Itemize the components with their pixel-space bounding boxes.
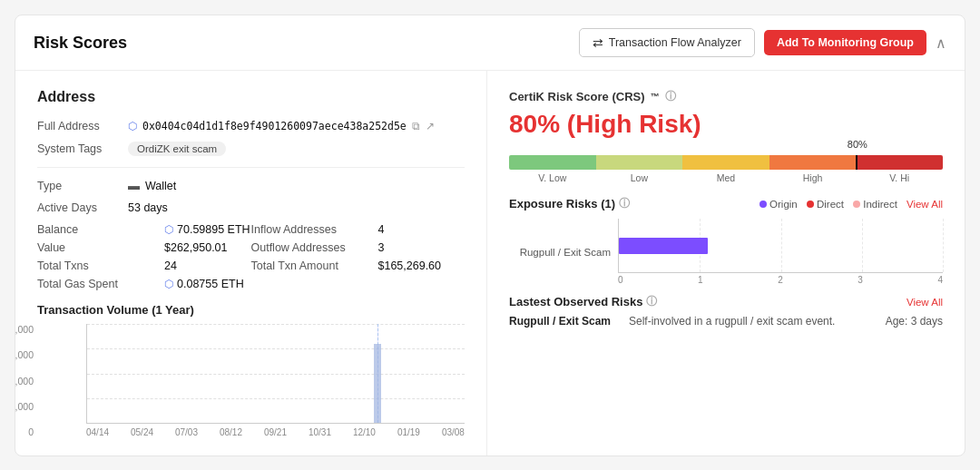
active-days-label: Active Days	[37, 201, 128, 214]
total-txns-item: Total Txns 24	[37, 259, 251, 272]
latest-risks-header: Lastest Observed Risks ⓘ View All	[509, 294, 943, 309]
type-value: ▬ Wallet	[128, 179, 176, 192]
chart-title: Transaction Volume (1 Year)	[37, 303, 465, 317]
grid-line	[87, 398, 465, 399]
value-item: Value $262,950.01	[37, 241, 251, 254]
outflow-item: Outflow Addresses 3	[251, 241, 466, 254]
bar-vhigh	[856, 155, 943, 170]
transaction-volume-chart: Transaction Volume (1 Year) 160,000 120,…	[37, 303, 465, 437]
hbar-x-labels: 0 1 2 3 4	[618, 275, 943, 285]
hbar-bar-rugpull	[619, 238, 708, 254]
latest-risk-desc: Self-involved in a rugpull / exit scam e…	[629, 315, 875, 328]
hbar-y-label: Rugpull / Exit Scam	[509, 219, 618, 285]
exposure-title: Exposure Risks (1) ⓘ	[509, 196, 630, 211]
crs-label: CertiK Risk Score (CRS)	[509, 90, 645, 103]
eth-icon: ⬡	[128, 120, 137, 132]
latest-risks-title: Lastest Observed Risks ⓘ	[509, 294, 657, 309]
risk-bar-container: 80% V. Low Low	[509, 155, 943, 183]
type-label: Type	[37, 180, 128, 192]
eth-icon-gas: ⬡	[164, 278, 173, 290]
hbar-grid-line	[781, 219, 782, 272]
inflow-item: Inflow Addresses 4	[251, 223, 466, 236]
latest-view-all-link[interactable]: View All	[906, 297, 943, 308]
exposure-legend: Origin Direct Indirect View All	[760, 199, 943, 210]
indirect-dot	[853, 201, 860, 208]
chart-x-labels: 04/14 05/24 07/03 08/12 09/21 10/31 12/1…	[86, 427, 465, 437]
exposure-view-all-link[interactable]: View All	[906, 199, 943, 210]
bar-high	[769, 155, 857, 170]
divider	[37, 167, 465, 168]
hbar-grid-line	[862, 219, 863, 272]
risk-bar-pct: 80%	[848, 139, 871, 150]
direct-dot	[807, 201, 814, 208]
exposure-header: Exposure Risks (1) ⓘ Origin Direct Indir…	[509, 196, 943, 211]
gas-value: ⬡ 0.08755 ETH	[164, 278, 244, 290]
latest-risk-age: Age: 3 days	[886, 315, 943, 328]
add-to-monitoring-group-button[interactable]: Add To Monitoring Group	[764, 30, 926, 55]
hbar-chart-area: Rugpull / Exit Scam 0	[509, 219, 943, 285]
address-section-title: Address	[37, 89, 465, 105]
header-actions: ⇄ Transaction Flow Analyzer Add To Monit…	[579, 28, 946, 57]
risk-score-value: 80% (High Risk)	[509, 110, 943, 139]
total-txns-value: 24	[164, 259, 177, 272]
inflow-value: 4	[378, 223, 385, 236]
system-tags-row: System Tags OrdiZK exit scam	[37, 142, 465, 156]
outflow-value: 3	[378, 241, 385, 254]
type-row: Type ▬ Wallet	[37, 179, 465, 192]
left-panel: Address Full Address ⬡ 0x0404c04d1d1f8e9…	[15, 71, 487, 455]
chart-area	[86, 324, 465, 424]
grid-line	[87, 324, 465, 325]
full-address-value: ⬡ 0x0404c04d1d1f8e9f4901260097aece438a25…	[128, 120, 435, 132]
total-txn-amount-item: Total Txn Amount $165,269.60	[251, 259, 466, 272]
full-address-row: Full Address ⬡ 0x0404c04d1d1f8e9f4901260…	[37, 120, 465, 132]
system-tag-badge: OrdiZK exit scam	[128, 142, 226, 156]
hbar-track: 0 1 2 3 4	[618, 219, 943, 285]
value-value: $262,950.01	[164, 241, 228, 254]
collapse-chevron-icon[interactable]: ∧	[936, 34, 946, 52]
total-txn-amount-value: $165,269.60	[378, 259, 442, 272]
latest-info-icon[interactable]: ⓘ	[646, 294, 657, 309]
system-tags-label: System Tags	[37, 142, 128, 155]
gas-item: Total Gas Spent ⬡ 0.08755 ETH	[37, 278, 251, 290]
balance-item: Balance ⬡ 70.59895 ETH	[37, 223, 251, 236]
analyzer-icon: ⇄	[593, 35, 603, 50]
latest-risk-tag: Rugpull / Exit Scam	[509, 315, 618, 328]
tm-symbol: ™	[651, 92, 660, 102]
risk-bar	[509, 155, 943, 170]
balance-value: ⬡ 70.59895 ETH	[164, 223, 250, 236]
latest-risk-row: Rugpull / Exit Scam Self-involved in a r…	[509, 315, 943, 328]
grid-line	[87, 348, 465, 349]
crs-info-icon[interactable]: ⓘ	[665, 89, 676, 104]
wallet-icon: ▬	[128, 179, 140, 192]
grid-line	[87, 374, 465, 375]
right-panel: CertiK Risk Score (CRS) ™ ⓘ 80% (High Ri…	[487, 71, 965, 455]
main-content: Address Full Address ⬡ 0x0404c04d1d1f8e9…	[15, 71, 965, 455]
active-days-row: Active Days 53 days	[37, 201, 465, 214]
external-link-icon[interactable]: ↗	[426, 120, 435, 132]
bar-med	[682, 155, 769, 170]
page-header: Risk Scores ⇄ Transaction Flow Analyzer …	[15, 15, 965, 71]
full-address-label: Full Address	[37, 120, 128, 132]
risk-bar-indicator	[856, 155, 858, 170]
active-days-value: 53 days	[128, 201, 168, 214]
bar-vlow	[509, 155, 596, 170]
origin-dot	[760, 201, 767, 208]
hbar-grid-line	[943, 219, 944, 272]
eth-icon-balance: ⬡	[164, 223, 173, 236]
copy-icon[interactable]: ⧉	[412, 120, 420, 132]
chart-y-labels: 160,000 120,000 80,000 40,000 0	[15, 324, 34, 437]
exposure-info-icon[interactable]: ⓘ	[619, 196, 630, 211]
transaction-flow-analyzer-button[interactable]: ⇄ Transaction Flow Analyzer	[579, 28, 755, 57]
risk-bar-labels: V. Low Low Med High V. Hi	[509, 172, 943, 183]
crs-header: CertiK Risk Score (CRS) ™ ⓘ	[509, 89, 943, 104]
bar-low	[596, 155, 683, 170]
page-title: Risk Scores	[34, 34, 127, 53]
stats-grid: Balance ⬡ 70.59895 ETH Inflow Addresses …	[37, 223, 465, 290]
chart-bar	[374, 344, 381, 423]
